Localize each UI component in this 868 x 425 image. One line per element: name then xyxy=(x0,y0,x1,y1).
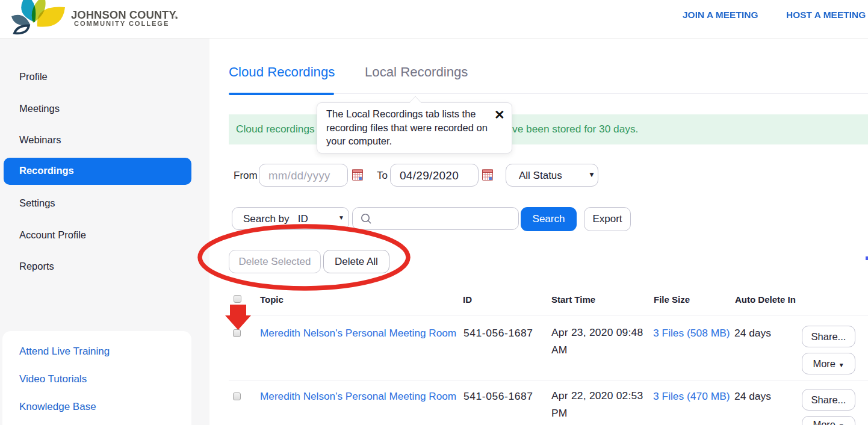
svg-text:JOHNSON COUNTY.: JOHNSON COUNTY. xyxy=(71,8,178,21)
svg-text:®: ® xyxy=(175,16,178,19)
svg-text:COMMUNITY COLLEGE: COMMUNITY COLLEGE xyxy=(74,20,169,27)
